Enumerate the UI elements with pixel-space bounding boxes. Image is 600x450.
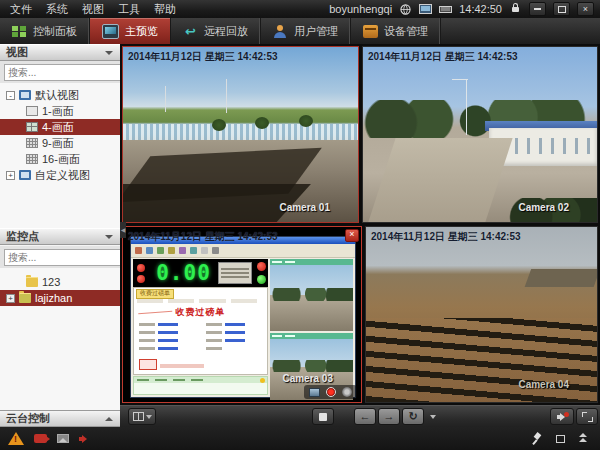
restore-panel-icon[interactable] <box>556 435 565 443</box>
osd-camera-name: Camera 04 <box>518 379 569 390</box>
tree-label: 1-画面 <box>42 104 74 119</box>
stop-all-button[interactable] <box>312 408 334 425</box>
close-button[interactable]: × <box>577 2 594 16</box>
remote-playback-icon: ↩ <box>183 25 198 38</box>
pane-close-button[interactable]: × <box>345 229 359 242</box>
previous-page-button[interactable]: ← <box>354 408 376 425</box>
form-tab[interactable]: 收费过磅单 <box>136 289 174 299</box>
tree-node-4-screen[interactable]: 4-画面 <box>0 119 120 135</box>
monitor-search-row <box>0 246 120 268</box>
view-panel-title: 视图 <box>6 45 28 60</box>
fullscreen-button[interactable] <box>576 408 598 425</box>
view-group-icon <box>19 170 31 180</box>
tree-label: lajizhan <box>35 292 72 304</box>
tab-device-management[interactable]: 设备管理 <box>351 18 441 44</box>
tab-label: 远程回放 <box>204 24 248 39</box>
minimize-button[interactable] <box>529 2 546 16</box>
user-management-icon <box>273 25 288 38</box>
expand-expander[interactable]: + <box>6 171 15 180</box>
weight-led-value: 0.00 <box>149 261 218 285</box>
tree-node-1-screen[interactable]: 1-画面 <box>0 103 120 119</box>
menu-help[interactable]: 帮助 <box>154 2 176 17</box>
tab-label: 设备管理 <box>384 24 428 39</box>
tree-node-16-screen[interactable]: 16-画面 <box>0 151 120 167</box>
app-camera-thumb-1 <box>270 259 353 331</box>
tree-node-123[interactable]: 123 <box>0 274 120 290</box>
keyboard-icon[interactable] <box>439 4 452 15</box>
form-title: 收费过磅单 <box>134 306 267 319</box>
tab-label: 控制面板 <box>33 24 77 39</box>
main-preview-icon <box>102 24 119 39</box>
screen-icon[interactable] <box>419 4 432 15</box>
tab-label: 主预览 <box>125 24 158 39</box>
tab-main-preview[interactable]: 主预览 <box>90 18 171 44</box>
alarm-sound-icon[interactable] <box>79 434 91 444</box>
speaker-muted-icon <box>557 412 568 422</box>
tab-user-management[interactable]: 用户管理 <box>261 18 351 44</box>
dropdown-caret-icon <box>146 415 152 419</box>
osd-camera-name: Camera 02 <box>518 202 569 213</box>
clock-display: 14:42:50 <box>459 3 502 15</box>
tab-remote-playback[interactable]: ↩ 远程回放 <box>171 18 261 44</box>
maximize-button[interactable] <box>553 2 570 16</box>
ptz-panel-title: 云台控制 <box>6 411 50 426</box>
folder-icon <box>19 293 31 303</box>
event-picture-icon[interactable] <box>57 434 69 443</box>
sidebar: 视图 - 默认视图 1-画面 4-画面 9-画面 16-画面 + <box>0 44 121 427</box>
menu-system[interactable]: 系统 <box>46 2 68 17</box>
ptz-panel-header[interactable]: 云台控制 <box>0 410 120 427</box>
monitor-panel-header[interactable]: 监控点 <box>0 228 120 245</box>
pane-record-icon[interactable] <box>326 387 336 397</box>
tab-control-panel[interactable]: 控制面板 <box>0 18 90 44</box>
menu-file[interactable]: 文件 <box>10 2 32 17</box>
pin-icon[interactable] <box>532 433 542 445</box>
auto-switch-button[interactable]: ↻ <box>402 408 424 425</box>
arrow-left-icon: ← <box>360 411 371 422</box>
layout-select-button[interactable] <box>128 408 156 425</box>
tree-label: 4-画面 <box>42 120 74 135</box>
globe-icon[interactable] <box>399 4 412 15</box>
osd-timestamp: 2014年11月12日 星期三 14:42:53 <box>371 230 521 244</box>
weighing-form: 收费过磅单 收费过磅单 <box>133 287 268 375</box>
view-tree: - 默认视图 1-画面 4-画面 9-画面 16-画面 + 自定义视图 <box>0 83 120 228</box>
motion-alarm-icon[interactable] <box>34 434 47 443</box>
tree-node-9-screen[interactable]: 9-画面 <box>0 135 120 151</box>
tree-label: 默认视图 <box>35 88 79 103</box>
pane-capture-icon[interactable] <box>309 388 320 397</box>
osd-camera-name: Camera 01 <box>279 202 330 213</box>
menu-view[interactable]: 视图 <box>82 2 104 17</box>
next-page-button[interactable]: → <box>378 408 400 425</box>
menu-tools[interactable]: 工具 <box>118 2 140 17</box>
chevron-up-icon <box>105 417 113 421</box>
table-badge <box>260 378 265 383</box>
view-panel-header[interactable]: 视图 <box>0 44 120 61</box>
video-pane-4[interactable]: 2014年11月12日 星期三 14:42:53 Camera 04 <box>365 226 598 403</box>
osd-timestamp: 2014年11月12日 星期三 14:42:53 <box>128 50 278 64</box>
app-toolbar-icons <box>131 244 355 258</box>
video-pane-1[interactable]: 2014年11月12日 星期三 14:42:53 Camera 01 <box>122 46 359 223</box>
statusbar <box>0 427 600 450</box>
view-group-icon <box>19 90 31 100</box>
chevron-down-icon <box>105 235 113 239</box>
alarm-warning-icon[interactable] <box>8 432 24 445</box>
screen-layout-icon <box>26 122 38 132</box>
fullscreen-icon <box>582 412 593 422</box>
auto-switch-options-button[interactable] <box>426 408 438 425</box>
screen-layout-icon <box>26 154 38 164</box>
lock-icon[interactable] <box>509 4 522 15</box>
pane-ptz-icon[interactable] <box>342 387 352 397</box>
collapse-expander[interactable]: - <box>6 91 15 100</box>
video-pane-3-selected[interactable]: 0.00 收费过磅单 收费过磅单 <box>122 226 362 403</box>
video-pane-2[interactable]: 2014年11月12日 星期三 14:42:53 Camera 02 <box>362 46 598 223</box>
view-search-row <box>0 61 120 83</box>
tree-node-custom-view[interactable]: + 自定义视图 <box>0 167 120 183</box>
sidebar-collapse-handle[interactable]: ◀ <box>120 222 126 238</box>
chevron-down-icon <box>105 51 113 55</box>
form-stamp <box>139 359 157 370</box>
collapse-up-icon[interactable] <box>579 433 588 444</box>
tree-node-lajizhan[interactable]: + lajizhan <box>0 290 120 306</box>
form-mode-row <box>137 299 257 303</box>
expand-expander[interactable]: + <box>6 294 15 303</box>
audio-mute-button[interactable] <box>550 408 574 425</box>
tree-node-default-view[interactable]: - 默认视图 <box>0 87 120 103</box>
